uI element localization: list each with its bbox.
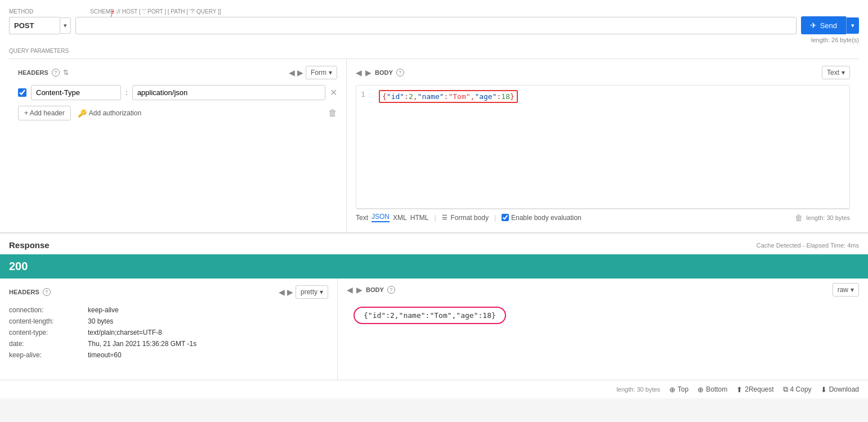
response-panels-row: HEADERS ? ◀ ▶ pretty ▾ connection:: [0, 279, 868, 380]
collapse-arrow-resp-headers[interactable]: ◀: [279, 288, 285, 297]
response-length: length: 30 bytes: [616, 386, 660, 393]
resp-header-val-connection: keep-alive: [88, 304, 328, 316]
resp-header-key-keep-alive: keep-alive:: [9, 349, 88, 361]
format-tab-xml[interactable]: XML: [393, 214, 407, 222]
resp-header-key-connection: connection:: [9, 304, 88, 316]
top-button[interactable]: ⊕ Top: [669, 385, 688, 394]
headers-info-icon[interactable]: ?: [52, 69, 60, 77]
response-section: Response Cache Detected - Elapsed Time: …: [0, 234, 868, 398]
resp-header-row-connection: connection: keep-alive: [9, 304, 328, 316]
header-colon-0: :: [126, 88, 128, 97]
line-number-1: 1: [361, 90, 372, 103]
query-params-label: QUERY PARAMETERS: [9, 46, 859, 59]
resp-header-row-date: date: Thu, 21 Jan 2021 15:36:28 GMT -1s: [9, 338, 328, 349]
expand-arrow-headers[interactable]: ▶: [297, 68, 303, 77]
bottom-button[interactable]: ⊕ Bottom: [697, 385, 727, 394]
form-chevron-icon: ▾: [329, 69, 332, 77]
format-tab-html[interactable]: HTML: [410, 214, 429, 222]
headers-sort-icon[interactable]: ⇅: [63, 69, 69, 77]
resp-header-row-content-type: content-type: text/plain;charset=UTF-8: [9, 327, 328, 338]
format-body-link[interactable]: Format body: [451, 214, 489, 222]
enable-eval-checkbox[interactable]: [502, 214, 509, 221]
copy-button[interactable]: ⧉ 4 Copy: [783, 385, 812, 394]
text-chevron-icon: ▾: [842, 69, 845, 77]
resp-header-key-content-length: content-length:: [9, 316, 88, 327]
body-format-bar: Text JSON XML HTML | ☰ Format body | Ena…: [356, 209, 850, 226]
bottom-icon: ⊕: [697, 385, 704, 394]
key-icon: 🔑: [78, 109, 87, 118]
expand-arrow-resp-body[interactable]: ▶: [356, 285, 363, 294]
response-headers-label: HEADERS: [9, 289, 39, 295]
resp-header-row-content-length: content-length: 30 bytes: [9, 316, 328, 327]
enable-eval-label[interactable]: Enable body evaluation: [502, 214, 581, 222]
pretty-dropdown-button[interactable]: pretty ▾: [296, 285, 328, 299]
resp-header-key-content-type: content-type:: [9, 327, 88, 338]
collapse-arrow-body[interactable]: ◀: [356, 68, 362, 77]
body-trash-icon[interactable]: 🗑: [795, 213, 803, 222]
response-header-row: Response Cache Detected - Elapsed Time: …: [0, 234, 868, 254]
method-select-wrap: POST GET PUT DELETE ▾: [9, 17, 71, 34]
headers-trash-icon[interactable]: 🗑: [328, 108, 337, 118]
method-dropdown-button[interactable]: ▾: [60, 17, 71, 34]
headers-panel: HEADERS ? ⇅ ◀ ▶ Form ▾ :: [9, 59, 347, 232]
expand-arrow-body[interactable]: ▶: [365, 68, 372, 77]
raw-dropdown-button[interactable]: raw ▾: [833, 283, 859, 297]
response-body-panel: ◀ ▶ BODY ? raw ▾ {"id":2,"name":"Tom","a…: [338, 279, 868, 380]
download-button[interactable]: ⬇ Download: [821, 385, 859, 394]
body-info-icon[interactable]: ?: [396, 69, 404, 77]
header-checkbox-0[interactable]: [18, 88, 26, 97]
add-auth-button[interactable]: 🔑 Add authorization: [78, 109, 141, 118]
text-dropdown-button[interactable]: Text ▾: [822, 66, 850, 79]
request-icon: ⬆: [736, 385, 742, 394]
body-editor[interactable]: 1 {"id":2,"name":"Tom","age":18}: [356, 85, 850, 209]
response-json-highlighted: {"id":2,"name":"Tom","age":18}: [354, 307, 506, 324]
pretty-chevron-icon: ▾: [320, 288, 323, 296]
format-separator-1: |: [434, 214, 436, 222]
method-url-row: ↑ POST GET PUT DELETE ▾ ↑ http://localho…: [9, 16, 859, 34]
resp-header-val-content-length: 30 bytes: [88, 316, 328, 327]
format-tab-json[interactable]: JSON: [372, 213, 390, 222]
header-actions-row: + Add header 🔑 Add authorization 🗑: [18, 106, 337, 120]
panels-row: HEADERS ? ⇅ ◀ ▶ Form ▾ :: [9, 59, 859, 232]
format-icon: ☰: [442, 214, 448, 221]
raw-chevron-icon: ▾: [851, 286, 854, 294]
response-headers-table: connection: keep-alive content-length: 3…: [9, 304, 328, 361]
url-length-info: length: 26 byte(s): [9, 37, 859, 46]
add-header-button[interactable]: + Add header: [18, 106, 71, 120]
send-button-wrap: ✈ Send ▾: [801, 16, 859, 34]
body-panel: ◀ ▶ BODY ? Text ▾ 1 {"id":2,"name":"Tom"…: [347, 59, 859, 232]
resp-header-val-content-type: text/plain;charset=UTF-8: [88, 327, 328, 338]
header-delete-icon-0[interactable]: ✕: [330, 87, 337, 98]
resp-header-val-date: Thu, 21 Jan 2021 15:36:28 GMT -1s: [88, 338, 328, 349]
download-icon: ⬇: [821, 385, 827, 394]
response-headers-info-icon[interactable]: ?: [43, 288, 51, 296]
collapse-arrow-headers[interactable]: ◀: [289, 68, 295, 77]
copy-icon: ⧉: [783, 385, 788, 394]
response-body-info-icon[interactable]: ?: [387, 286, 395, 294]
url-input[interactable]: http://localhost:8080/save: [75, 17, 797, 34]
send-label: Send: [820, 21, 837, 30]
header-value-input-0[interactable]: [132, 85, 325, 100]
send-button[interactable]: ✈ Send: [801, 16, 846, 34]
form-dropdown-button[interactable]: Form ▾: [306, 66, 337, 79]
bottom-bar: length: 30 bytes ⊕ Top ⊕ Bottom ⬆ 2Reque…: [0, 380, 868, 398]
request-section: METHOD SCHEME :// HOST [ ':' PORT ] [ PA…: [0, 0, 868, 233]
format-tab-text[interactable]: Text: [356, 214, 368, 222]
response-title: Response: [9, 240, 50, 250]
request-button[interactable]: ⬆ 2Request: [736, 385, 773, 394]
body-line-1: 1 {"id":2,"name":"Tom","age":18}: [361, 90, 845, 103]
status-bar: 200: [0, 254, 868, 279]
collapse-arrow-resp-body[interactable]: ◀: [347, 285, 353, 294]
format-separator-2: |: [494, 214, 496, 222]
method-select[interactable]: POST GET PUT DELETE: [9, 17, 60, 34]
header-key-input-0[interactable]: [31, 85, 121, 100]
body-content-highlighted: {"id":2,"name":"Tom","age":18}: [379, 90, 518, 103]
send-icon: ✈: [810, 21, 817, 30]
expand-arrow-resp-headers[interactable]: ▶: [287, 288, 293, 297]
method-label: METHOD: [9, 8, 33, 15]
response-body-editor: {"id":2,"name":"Tom","age":18}: [347, 300, 859, 356]
resp-header-row-keep-alive: keep-alive: timeout=60: [9, 349, 328, 361]
response-body-label: BODY: [366, 286, 384, 293]
body-label: BODY: [375, 69, 393, 76]
send-dropdown-button[interactable]: ▾: [846, 17, 859, 34]
